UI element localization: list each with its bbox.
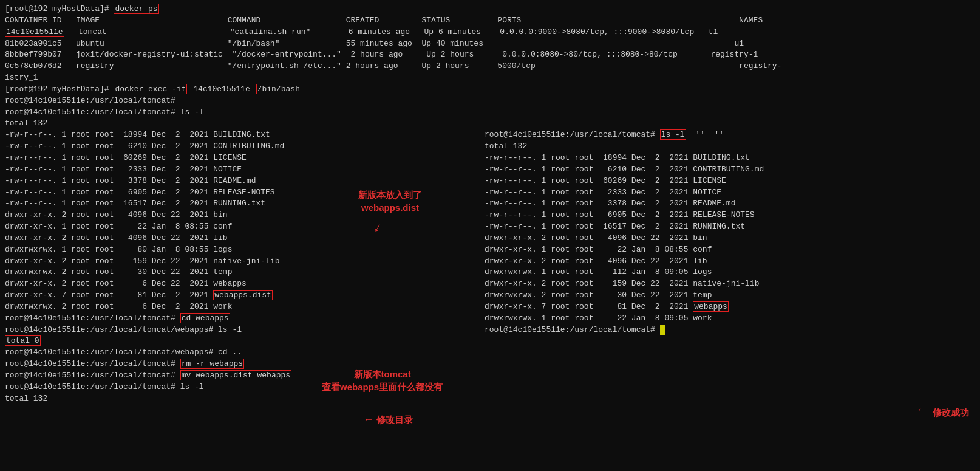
dir-lib: drwxr-xr-x. 2 root root 4096 Dec 22 2021… (5, 233, 485, 244)
dir-logs: drwxrwxrwx. 1 root root 80 Jan 8 08:55 l… (5, 244, 485, 256)
line-total0: total 0 (5, 335, 485, 347)
line-ls-cmd: root@14c10e15511e:/usr/local/tomcat# ls … (5, 107, 975, 119)
webapps-dist-highlight: webapps.dist (213, 290, 273, 300)
r-running: -rw-r--r--. 1 root root 16517 Dec 2 2021… (485, 221, 975, 233)
r-notice: -rw-r--r--. 1 root root 2333 Dec 2 2021 … (485, 187, 975, 199)
cmd-bash: /bin/bash (256, 84, 301, 94)
r-license: -rw-r--r--. 1 root root 60269 Dec 2 2021… (485, 176, 975, 187)
dir-conf: drwxr-xr-x. 1 root root 22 Jan 8 08:55 c… (5, 221, 485, 233)
arrow-xiugai: ← (919, 402, 925, 418)
prompt: [root@192 myHostData]# (5, 4, 114, 13)
dir-work: drwxrwxrwx. 2 root root 6 Dec 2 2021 wor… (5, 301, 485, 313)
r-readme: -rw-r--r--. 1 root root 3378 Dec 2 2021 … (485, 198, 975, 210)
file-readme: -rw-r--r--. 1 root root 3378 Dec 2 2021 … (5, 176, 485, 187)
r-last-prompt: root@14c10e15511e:/usr/local/tomcat# (485, 325, 975, 336)
r-logs: drwxrwxrwx. 1 root root 112 Jan 8 09:05 … (485, 267, 975, 278)
container-id-1: 14c10e15511e (5, 27, 64, 37)
r-work: drwxrwxrwx. 1 root root 22 Jan 8 09:05 w… (485, 313, 975, 325)
line-exec-cmd: [root@192 myHostData]# docker exec -it 1… (5, 84, 975, 95)
dir-temp: drwxrwxrwx. 2 root root 30 Dec 22 2021 t… (5, 267, 485, 278)
total-0-box: total 0 (5, 335, 41, 346)
r-webapps: drwxr-xr-x. 7 root root 81 Dec 2 2021 we… (485, 301, 975, 313)
line-container1: 14c10e15511e tomcat "catalina.sh run" 6 … (5, 27, 975, 38)
line-total: total 132 (5, 118, 975, 129)
annotation-xiugai-mulu: 修改目录 (376, 413, 413, 427)
cmd-docker-ps: docker ps (114, 4, 158, 14)
file-notice: -rw-r--r--. 1 root root 2333 Dec 2 2021 … (5, 164, 485, 176)
cmd-rm-webapps: rm -r webapps (180, 359, 244, 369)
cmd-exec: docker exec -it (114, 84, 187, 94)
right-total: total 132 (485, 141, 975, 153)
arrow-xiugai-mulu: ← (366, 411, 372, 427)
cmd-ls-right: ls -l (660, 129, 686, 140)
line-cd-up: root@14c10e15511e:/usr/local/tomcat/weba… (5, 347, 485, 359)
file-license: -rw-r--r--. 1 root root 60269 Dec 2 2021… (5, 153, 485, 164)
annotation-xinbanben: 新版本放入到了webapps.dist (358, 188, 422, 214)
line-ls1: root@14c10e15511e:/usr/local/tomcat/weba… (5, 325, 485, 336)
r-building: -rw-r--r--. 1 root root 18994 Dec 2 2021… (485, 153, 975, 164)
line-cd-webapps: root@14c10e15511e:/usr/local/tomcat# cd … (5, 313, 485, 325)
right-ls-cmd: root@14c10e15511e:/usr/local/tomcat# ls … (485, 129, 975, 141)
annotation-xinbanben-tomcat: 新版本tomcat查看webapps里面什么都没有 (322, 368, 443, 393)
cmd-container-id: 14c10e15511e (192, 84, 251, 94)
r-temp: drwxrwxrwx. 2 root root 30 Dec 22 2021 t… (485, 290, 975, 301)
r-release: -rw-r--r--. 1 root root 6905 Dec 2 2021 … (485, 210, 975, 221)
r-conf: drwxr-xr-x. 1 root root 22 Jan 8 08:55 c… (485, 244, 975, 256)
cmd-mv-webapps: mv webapps.dist webapps (180, 370, 291, 380)
cmd-cd-webapps: cd webapps (180, 313, 230, 323)
line-docker-ps: [root@192 myHostData]# docker ps (5, 4, 975, 15)
line-total132: total 132 (5, 393, 485, 405)
line-container4b: istry_1 (5, 72, 975, 84)
line-container3: 8bbbef799b07 joxit/docker-registry-ui:st… (5, 49, 975, 61)
dir-native: drwxr-xr-x. 2 root root 159 Dec 22 2021 … (5, 256, 485, 267)
r-native: drwxr-xr-x. 2 root root 159 Dec 22 2021 … (485, 278, 975, 290)
file-contributing: -rw-r--r--. 1 root root 6210 Dec 2 2021 … (5, 141, 485, 153)
line-container2: 81b023a901c5 ubuntu "/bin/bash" 55 minut… (5, 38, 975, 50)
annotation-xiugai-chenggong: 修改成功 (933, 406, 969, 419)
r-contributing: -rw-r--r--. 1 root root 6210 Dec 2 2021 … (485, 164, 975, 176)
line-bash-prompt: root@14c10e15511e:/usr/local/tomcat# (5, 95, 975, 107)
line-header: CONTAINER ID IMAGE COMMAND CREATED STATU… (5, 15, 975, 27)
file-building: -rw-r--r--. 1 root root 18994 Dec 2 2021… (5, 129, 485, 141)
webapps-highlight-right: webapps (693, 301, 729, 312)
prompt2: [root@192 myHostData]# (5, 84, 114, 94)
left-file-listing: -rw-r--r--. 1 root root 18994 Dec 2 2021… (5, 129, 485, 404)
dir-webapps-dist: drwxr-xr-x. 7 root root 81 Dec 2 2021 we… (5, 290, 485, 301)
r-lib: drwxr-xr-x. 2 root root 4096 Dec 22 2021… (485, 256, 975, 267)
terminal-window: [root@192 myHostData]# docker ps CONTAIN… (0, 0, 980, 408)
dir-webapps: drwxr-xr-x. 2 root root 6 Dec 22 2021 we… (5, 278, 485, 290)
right-file-listing: root@14c10e15511e:/usr/local/tomcat# ls … (485, 129, 975, 404)
r-bin: drwxr-xr-x. 2 root root 4096 Dec 22 2021… (485, 233, 975, 244)
line-container4: 0c578cb076d2 registry "/entrypoint.sh /e… (5, 61, 975, 72)
